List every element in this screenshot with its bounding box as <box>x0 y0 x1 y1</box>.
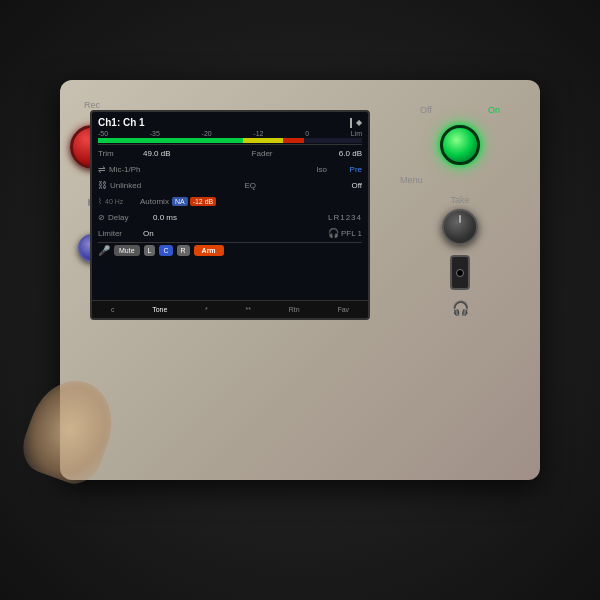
tab-star2[interactable]: ** <box>242 304 255 315</box>
iso-value: Pre <box>327 165 362 174</box>
channel-title: Ch1: Ch 1 <box>98 117 145 128</box>
delay-lr-row: ⊘ Delay 0.0 ms LR1234 <box>98 210 362 224</box>
iso-label: Iso <box>287 165 327 174</box>
tab-star1[interactable]: * <box>201 304 212 315</box>
trim-label: Trim <box>98 149 143 158</box>
level-label-35: -35 <box>150 130 160 137</box>
headphone-output-icon: 🎧 <box>452 300 469 316</box>
hpfilter-automix-row: ⌇ 40 Hz Automix NA -12 dB <box>98 194 362 208</box>
rec-label: Rec <box>84 100 100 110</box>
mic-iso-row: ⇌ Mic-1/Ph Iso Pre <box>98 162 362 176</box>
mic-icon: 🎤 <box>98 245 110 256</box>
pan-l-button[interactable]: L <box>144 245 156 256</box>
automix-db-badge: -12 dB <box>190 197 217 206</box>
take-label: Take <box>450 195 469 205</box>
tab-bar: c Tone * ** Rtn Fav <box>92 300 368 318</box>
power-led[interactable] <box>440 125 480 165</box>
device-body: Rec « ▶ » Ch1: Ch 1 ◆ -50 -35 -20 <box>60 80 540 480</box>
fader-value: 6.0 dB <box>273 149 363 158</box>
diamond-icon: ◆ <box>356 118 362 127</box>
link-icon: ⇌ <box>98 164 106 174</box>
automix-na-badge: NA <box>172 197 188 206</box>
level-bar-indicator <box>350 118 352 128</box>
take-knob-area: Take <box>442 195 478 245</box>
meter-red <box>283 138 304 143</box>
level-meter-bar <box>98 138 362 143</box>
menu-label: Menu <box>400 175 423 185</box>
channel-header: Ch1: Ch 1 ◆ <box>98 117 362 128</box>
automix-label: Automix <box>140 197 169 206</box>
delay-value: 0.0 ms <box>153 213 328 222</box>
delay-label: Delay <box>108 213 153 222</box>
trim-fader-row: Trim 49.0 dB Fader 6.0 dB <box>98 146 362 160</box>
level-label-0: 0 <box>305 130 309 137</box>
level-labels: -50 -35 -20 -12 0 Lim <box>98 130 362 137</box>
mic-value: Mic-1/Ph <box>109 165 287 174</box>
eq-label: EQ <box>216 181 256 190</box>
tab-tone[interactable]: Tone <box>148 304 171 315</box>
screen: Ch1: Ch 1 ◆ -50 -35 -20 -12 0 Lim <box>90 110 370 320</box>
tab-fav[interactable]: Fav <box>333 304 353 315</box>
meter-empty <box>304 138 362 143</box>
filter-icon: ⌇ <box>98 197 102 206</box>
pan-c-button[interactable]: C <box>159 245 172 256</box>
off-on-labels: Off On <box>420 105 500 115</box>
ch-indicators: ◆ <box>350 118 362 128</box>
level-label-50: -50 <box>98 130 108 137</box>
fader-label: Fader <box>233 149 273 158</box>
unlinked-value: Unlinked <box>110 181 216 190</box>
limiter-label: Limiter <box>98 229 143 238</box>
level-label-20: -20 <box>202 130 212 137</box>
link-broken-icon: ⛓ <box>98 180 107 190</box>
arm-button[interactable]: Arm <box>194 245 224 256</box>
mute-button[interactable]: Mute <box>114 245 140 256</box>
divider-1 <box>98 144 362 145</box>
pan-r-button[interactable]: R <box>177 245 190 256</box>
meter-yellow <box>243 138 283 143</box>
jack-hole <box>456 269 464 277</box>
take-knob[interactable] <box>442 209 478 245</box>
divider-2 <box>98 242 362 243</box>
level-label-12: -12 <box>253 130 263 137</box>
hp-freq: 40 Hz <box>105 198 140 205</box>
level-label-lim: Lim <box>351 130 362 137</box>
tab-rtn[interactable]: Rtn <box>285 304 304 315</box>
off-label: Off <box>420 105 432 115</box>
on-label: On <box>488 105 500 115</box>
delay-icon: ⊘ <box>98 213 105 222</box>
trim-value: 49.0 dB <box>143 149 233 158</box>
screen-inner: Ch1: Ch 1 ◆ -50 -35 -20 -12 0 Lim <box>92 112 368 318</box>
pfl-label: PFL 1 <box>341 229 362 238</box>
headphone-icon: 🎧 <box>328 228 339 238</box>
eq-value: Off <box>256 181 362 190</box>
limiter-pfl-row: Limiter On 🎧 PFL 1 <box>98 226 362 240</box>
meter-green <box>98 138 243 143</box>
tab-c[interactable]: c <box>107 304 119 315</box>
button-row: 🎤 Mute L C R Arm <box>98 245 362 256</box>
unlinked-eq-row: ⛓ Unlinked EQ Off <box>98 178 362 192</box>
right-panel: Off On Menu Take 🎧 <box>400 100 520 460</box>
lr-channels: LR1234 <box>328 213 362 222</box>
headphone-jack <box>450 255 470 290</box>
limiter-value: On <box>143 229 328 238</box>
